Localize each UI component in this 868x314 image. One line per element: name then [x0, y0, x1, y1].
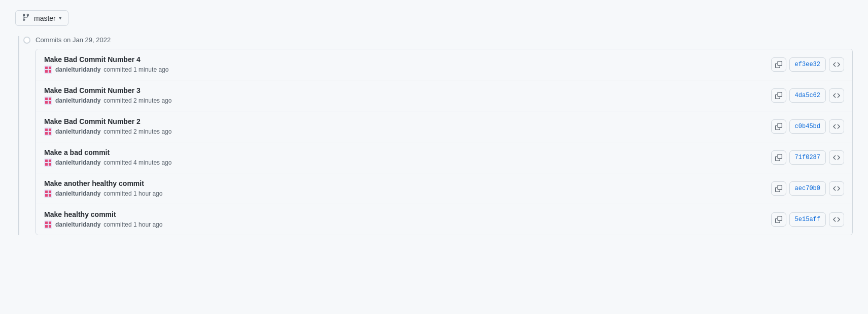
- browse-code-button[interactable]: [829, 150, 844, 165]
- commit-actions: 5e15aff: [771, 212, 844, 227]
- commit-info: Make Bad Commit Number 2 danielturidandy…: [44, 117, 771, 136]
- browse-code-button[interactable]: [829, 119, 844, 134]
- commit-title: Make Bad Commit Number 2: [44, 117, 771, 125]
- commit-title: Make Bad Commit Number 3: [44, 86, 771, 95]
- commit-hash-link[interactable]: aec70b0: [789, 181, 826, 196]
- browse-code-button[interactable]: [829, 88, 844, 103]
- commit-actions: 4da5c62: [771, 88, 844, 103]
- commit-actions: c0b45bd: [771, 119, 844, 134]
- copy-hash-button[interactable]: [771, 150, 786, 165]
- commit-meta: danielturidandy committed 1 hour ago: [44, 221, 771, 229]
- commit-title: Make a bad commit: [44, 148, 771, 156]
- commit-row: Make a bad commit danielturidandy commit…: [36, 142, 852, 173]
- avatar: [44, 159, 52, 167]
- date-dot: [23, 37, 30, 44]
- browse-code-button[interactable]: [829, 57, 844, 72]
- code-icon: [833, 216, 840, 223]
- code-icon: [833, 154, 840, 161]
- commit-row: Make Bad Commit Number 3 danielturidandy…: [36, 80, 852, 111]
- browse-code-button[interactable]: [829, 212, 844, 227]
- commit-author: danielturidandy: [55, 221, 100, 228]
- copy-hash-button[interactable]: [771, 119, 786, 134]
- copy-icon: [775, 92, 782, 99]
- commit-title: Make Bad Commit Number 4: [44, 55, 771, 64]
- commit-time: committed 1 hour ago: [103, 221, 162, 228]
- commit-hash-link[interactable]: c0b45bd: [789, 119, 826, 134]
- commit-hash-link[interactable]: 71f0287: [789, 150, 826, 165]
- commit-info: Make a bad commit danielturidandy commit…: [44, 148, 771, 167]
- branch-name: master: [34, 14, 56, 22]
- commit-author: danielturidandy: [55, 128, 100, 135]
- commit-actions: ef3ee32: [771, 57, 844, 72]
- copy-hash-button[interactable]: [771, 181, 786, 196]
- copy-icon: [775, 61, 782, 68]
- avatar: [44, 190, 52, 198]
- browse-code-button[interactable]: [829, 181, 844, 196]
- commit-actions: 71f0287: [771, 150, 844, 165]
- commit-time: committed 1 minute ago: [103, 66, 168, 73]
- avatar: [44, 97, 52, 105]
- commit-row: Make Bad Commit Number 2 danielturidandy…: [36, 111, 852, 142]
- commit-time: committed 1 hour ago: [103, 190, 162, 197]
- copy-icon: [775, 154, 782, 161]
- commit-time: committed 4 minutes ago: [103, 159, 171, 166]
- commits-section: Commits on Jan 29, 2022 Make Bad Commit …: [15, 36, 853, 235]
- commit-meta: danielturidandy committed 2 minutes ago: [44, 128, 771, 136]
- commit-time: committed 2 minutes ago: [103, 128, 171, 135]
- avatar: [44, 128, 52, 136]
- copy-hash-button[interactable]: [771, 88, 786, 103]
- branch-icon: [22, 13, 30, 23]
- copy-icon: [775, 185, 782, 192]
- commit-row: Make another healthy commit danielturida…: [36, 173, 852, 204]
- commit-info: Make Bad Commit Number 3 danielturidandy…: [44, 86, 771, 105]
- commit-info: Make Bad Commit Number 4 danielturidandy…: [44, 55, 771, 74]
- commit-author: danielturidandy: [55, 190, 100, 197]
- chevron-down-icon: ▾: [59, 15, 62, 21]
- copy-hash-button[interactable]: [771, 57, 786, 72]
- code-icon: [833, 123, 840, 130]
- commit-hash-link[interactable]: ef3ee32: [789, 57, 826, 72]
- date-header: Commits on Jan 29, 2022: [23, 36, 853, 44]
- commit-author: danielturidandy: [55, 159, 100, 166]
- copy-icon: [775, 216, 782, 223]
- avatar: [44, 221, 52, 229]
- code-icon: [833, 185, 840, 192]
- commit-author: danielturidandy: [55, 97, 100, 104]
- commit-meta: danielturidandy committed 1 minute ago: [44, 66, 771, 74]
- commit-meta: danielturidandy committed 2 minutes ago: [44, 97, 771, 105]
- commit-meta: danielturidandy committed 4 minutes ago: [44, 159, 771, 167]
- commit-info: Make healthy commit danielturidandy comm…: [44, 210, 771, 229]
- copy-icon: [775, 123, 782, 130]
- commit-info: Make another healthy commit danielturida…: [44, 179, 771, 198]
- commit-author: danielturidandy: [55, 66, 100, 73]
- commit-actions: aec70b0: [771, 181, 844, 196]
- commits-date-label: Commits on Jan 29, 2022: [36, 36, 111, 44]
- commit-meta: danielturidandy committed 1 hour ago: [44, 190, 771, 198]
- code-icon: [833, 61, 840, 68]
- commit-row: Make Bad Commit Number 4 danielturidandy…: [36, 49, 852, 80]
- commit-title: Make another healthy commit: [44, 179, 771, 187]
- branch-selector[interactable]: master ▾: [15, 10, 68, 26]
- commit-hash-link[interactable]: 5e15aff: [789, 212, 826, 227]
- commit-row: Make healthy commit danielturidandy comm…: [36, 204, 852, 235]
- commit-title: Make healthy commit: [44, 210, 771, 218]
- copy-hash-button[interactable]: [771, 212, 786, 227]
- commit-time: committed 2 minutes ago: [103, 97, 171, 104]
- timeline-line: [18, 36, 19, 235]
- avatar: [44, 66, 52, 74]
- commit-hash-link[interactable]: 4da5c62: [789, 88, 826, 103]
- code-icon: [833, 92, 840, 99]
- commits-list: Make Bad Commit Number 4 danielturidandy…: [36, 49, 853, 235]
